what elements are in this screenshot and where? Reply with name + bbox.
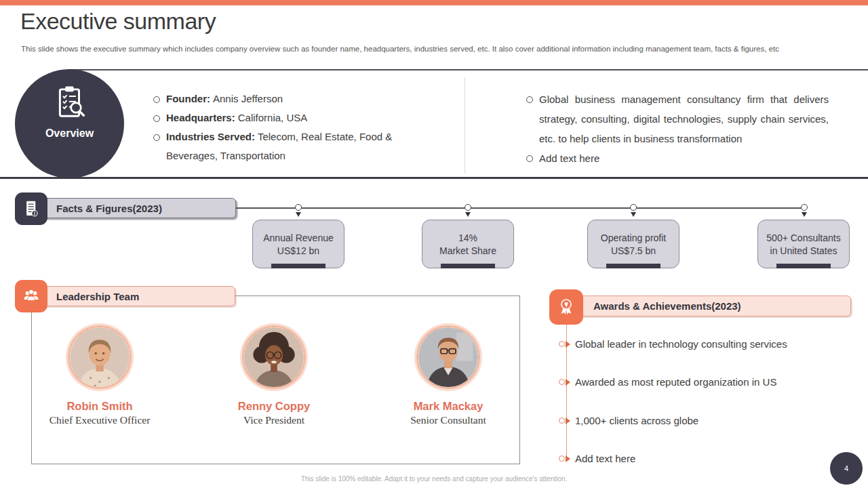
arrow-down-icon: [631, 212, 636, 217]
fact-card-accent: [606, 264, 660, 268]
circle-arrow-down-marker: [465, 204, 471, 211]
overview-left-list: Founder:Annis Jefferson Headquarters:Cal…: [153, 89, 433, 165]
list-item: Industries Served:Telecom, Real Estate, …: [153, 127, 433, 165]
awards-heading-label: Awards & Achievements(2023): [593, 300, 741, 312]
leadership-section-header: Leadership Team: [39, 286, 235, 306]
facts-section-header: Facts & Figures(2023): [39, 198, 236, 218]
facts-timeline: [236, 207, 804, 209]
team-icon: [21, 286, 41, 306]
list-item: Global business management consultancy f…: [526, 89, 829, 148]
award-item: Global leader in technology consulting s…: [559, 338, 787, 350]
fact-card-accent: [271, 264, 326, 268]
circle-arrow-right-marker: [559, 341, 565, 347]
overview-badge: Overview: [15, 69, 124, 178]
leader-card: Renny Coppy Vice President: [199, 325, 349, 426]
awards-section-header: Awards & Achievements(2023): [575, 296, 851, 317]
add-text-placeholder: Add text here: [575, 453, 635, 464]
leader-title: Vice President: [199, 414, 349, 426]
leader-card: Mark Mackay Senior Consultant: [374, 325, 523, 426]
circle-arrow-down-marker: [801, 204, 808, 211]
receipt-info-icon: [21, 199, 41, 219]
award-item: Awarded as most reputed organization in …: [559, 376, 776, 388]
arrow-right-icon: [566, 341, 570, 348]
fact-card-accent: [776, 264, 831, 268]
fact-card: Annual RevenueUS$12 bn: [252, 220, 344, 268]
list-item: Headquarters:California, USA: [153, 108, 433, 127]
clipboard-search-icon: [52, 84, 88, 121]
leadership-section-icon: [15, 280, 47, 312]
page-title: Executive summary: [20, 8, 216, 35]
arrow-down-icon: [296, 212, 301, 217]
overview-column-divider: [465, 77, 465, 174]
page-number-badge: 4: [830, 452, 863, 485]
arrow-down-icon: [802, 212, 807, 217]
circle-arrow-down-marker: [295, 204, 302, 211]
arrow-right-icon: [566, 418, 570, 424]
award-item: 1,000+ clients across globe: [559, 415, 698, 426]
leader-avatar: [416, 325, 480, 389]
fact-card-accent: [441, 264, 495, 268]
overview-top-divider: [68, 69, 868, 70]
bullet-circle-icon: [526, 96, 533, 103]
leader-title: Chief Executive Officer: [25, 414, 174, 426]
leader-name: Mark Mackay: [374, 400, 523, 413]
bullet-circle-icon: [526, 155, 533, 162]
add-text-placeholder: Add text here: [539, 148, 599, 168]
award-rosette-icon: [555, 296, 577, 318]
leader-avatar: [242, 325, 306, 389]
slide-accent-bar: [0, 0, 868, 5]
overview-right-list: Global business management consultancy f…: [526, 89, 829, 168]
awards-section-icon: [549, 289, 583, 325]
bullet-circle-icon: [153, 134, 160, 141]
fact-card: 14%Market Share: [422, 220, 514, 268]
circle-arrow-right-marker: [559, 455, 565, 462]
circle-arrow-down-marker: [630, 204, 637, 211]
slide-footer-note: This slide is 100% editable. Adapt it to…: [0, 475, 868, 483]
facts-section-icon: [15, 192, 47, 225]
leadership-heading-label: Leadership Team: [56, 291, 139, 302]
bullet-circle-icon: [153, 115, 160, 122]
circle-arrow-right-marker: [559, 418, 565, 424]
bullet-circle-icon: [153, 96, 160, 103]
page-number: 4: [844, 464, 848, 472]
fact-card: Operating profitUS$7.5 bn: [587, 220, 679, 268]
leader-title: Senior Consultant: [374, 414, 523, 426]
arrow-down-icon: [465, 212, 471, 217]
award-item[interactable]: Add text here: [559, 453, 635, 464]
circle-arrow-right-marker: [559, 379, 565, 385]
list-item: Founder:Annis Jefferson: [153, 89, 433, 108]
fact-card: 500+ Consultantsin United States: [757, 220, 850, 268]
overview-bottom-divider: [0, 177, 868, 179]
arrow-right-icon: [566, 455, 570, 462]
leader-name: Robin Smith: [25, 400, 174, 413]
leader-avatar: [68, 325, 132, 389]
overview-label: Overview: [15, 127, 124, 140]
leader-card: Robin Smith Chief Executive Officer: [25, 325, 174, 426]
list-item[interactable]: Add text here: [526, 148, 829, 168]
arrow-right-icon: [566, 379, 570, 386]
page-subtitle: This slide shows the executive summary w…: [21, 45, 821, 53]
leader-name: Renny Coppy: [199, 400, 349, 413]
facts-heading-label: Facts & Figures(2023): [56, 203, 162, 214]
